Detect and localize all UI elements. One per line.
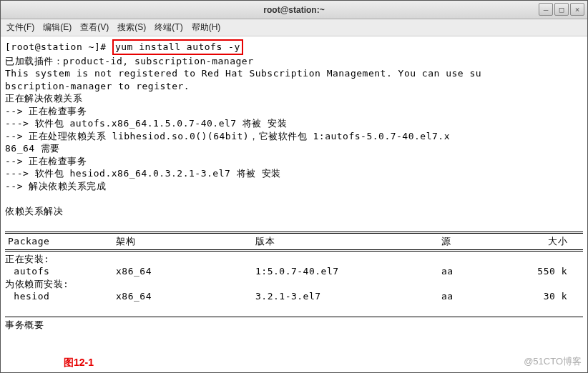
maximize-button[interactable]: □ — [554, 3, 569, 16]
menu-help[interactable]: 帮助(H) — [192, 21, 221, 34]
divider-single — [5, 317, 583, 317]
menu-terminal[interactable]: 终端(T) — [155, 21, 182, 34]
col-source: 源 — [441, 235, 520, 248]
output-line: --> 正在处理依赖关系 libhesiod.so.0()(64bit)，它被软… — [5, 131, 450, 141]
divider-double — [5, 249, 583, 252]
section-label: 正在安装: — [5, 254, 49, 264]
table-header-row: Package架构版本源大小 — [5, 235, 583, 248]
col-arch: 架构 — [116, 235, 255, 248]
menu-view[interactable]: 查看(V) — [80, 21, 109, 34]
menu-edit[interactable]: 编辑(E) — [43, 21, 72, 34]
menu-file[interactable]: 文件(F) — [6, 21, 34, 34]
output-line: ---> 软件包 hesiod.x86_64.0.3.2.1-3.el7 将被 … — [5, 168, 281, 179]
window-controls: – □ × — [539, 3, 584, 16]
terminal-output[interactable]: [root@station ~]# yum install autofs -y … — [1, 36, 587, 372]
close-button[interactable]: × — [570, 3, 584, 16]
output-line: --> 解决依赖关系完成 — [5, 181, 106, 192]
output-line: ---> 软件包 autofs.x86_64.1.5.0.7-40.el7 将被… — [5, 118, 287, 129]
col-package: Package — [5, 235, 116, 248]
output-line: This system is not registered to Red Hat… — [5, 68, 481, 79]
minimize-button[interactable]: – — [539, 3, 553, 16]
col-version: 版本 — [255, 235, 441, 248]
figure-label: 图12-1 — [64, 357, 94, 369]
window-title: root@station:~ — [263, 5, 324, 15]
output-line: 正在解决依赖关系 — [5, 93, 82, 104]
transaction-summary: 事务概要 — [5, 319, 44, 330]
menubar: 文件(F) 编辑(E) 查看(V) 搜索(S) 终端(T) 帮助(H) — [1, 19, 587, 36]
prompt: [root@station ~]# — [5, 41, 112, 52]
output-line: 86_64 需要 — [5, 143, 60, 154]
output-line: 已加载插件：product-id, subscription-manager — [5, 56, 253, 66]
output-line: 依赖关系解决 — [5, 206, 63, 217]
section-label: 为依赖而安装: — [5, 279, 69, 289]
output-line: --> 正在检查事务 — [5, 106, 87, 116]
watermark: @51CTO博客 — [524, 355, 582, 368]
menu-search[interactable]: 搜索(S) — [117, 21, 146, 34]
window-titlebar: root@station:~ – □ × — [1, 1, 587, 19]
command-highlight: yum install autofs -y — [112, 39, 243, 55]
output-line: --> 正在检查事务 — [5, 156, 87, 166]
output-line: bscription-manager to register. — [5, 81, 190, 91]
table-row: autofsx86_641:5.0.7-40.el7aa550 k — [5, 265, 583, 278]
table-row: hesiodx86_643.2.1-3.el7aa30 k — [5, 290, 583, 303]
col-size: 大小 — [520, 235, 570, 248]
divider-double — [5, 232, 583, 234]
